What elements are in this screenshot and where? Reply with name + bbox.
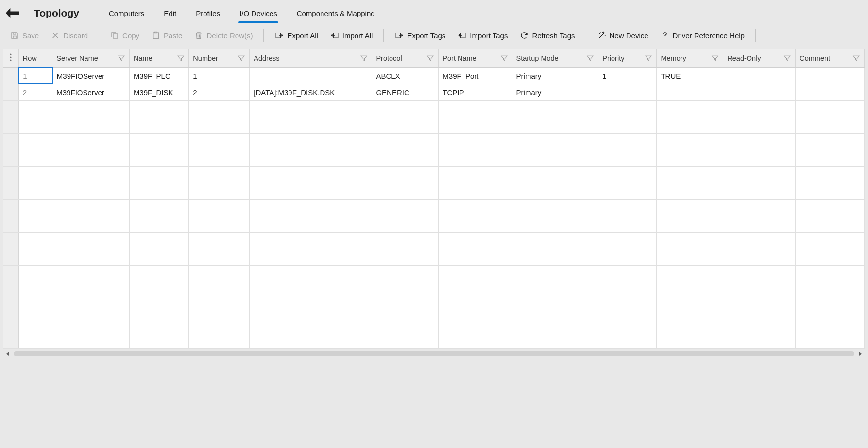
cell-empty[interactable] (598, 199, 657, 216)
cell-empty[interactable] (189, 299, 250, 315)
filter-icon[interactable] (238, 54, 245, 62)
cell-empty[interactable] (129, 183, 188, 199)
cell-empty[interactable] (723, 117, 796, 133)
cell-empty[interactable] (250, 216, 372, 232)
cell-empty[interactable] (723, 133, 796, 150)
cell-empty[interactable] (18, 232, 52, 249)
cell-empty[interactable] (189, 315, 250, 332)
cell-empty[interactable] (657, 117, 723, 133)
cell-empty[interactable] (512, 249, 598, 265)
cell-empty[interactable] (723, 332, 796, 348)
column-header-startupMode[interactable]: Startup Mode (512, 49, 598, 67)
cell-empty[interactable] (723, 100, 796, 117)
cell-row[interactable]: 2 (18, 84, 52, 100)
row-handle[interactable] (3, 232, 18, 249)
cell-empty[interactable] (189, 117, 250, 133)
cell-empty[interactable] (796, 232, 865, 249)
cell-empty[interactable] (512, 299, 598, 315)
cell-empty[interactable] (52, 232, 130, 249)
column-header-row[interactable]: Row (18, 49, 52, 67)
row-handle[interactable] (3, 133, 18, 150)
row-handle[interactable] (3, 166, 18, 183)
cell-empty[interactable] (796, 199, 865, 216)
cell-empty[interactable] (250, 117, 372, 133)
column-header-protocol[interactable]: Protocol (372, 49, 439, 67)
cell-empty[interactable] (723, 282, 796, 299)
cell-empty[interactable] (512, 232, 598, 249)
cell-empty[interactable] (439, 282, 512, 299)
cell-readOnly[interactable] (723, 84, 796, 100)
cell-empty[interactable] (372, 199, 439, 216)
cell-empty[interactable] (52, 166, 130, 183)
cell-empty[interactable] (372, 183, 439, 199)
cell-empty[interactable] (18, 265, 52, 282)
cell-empty[interactable] (512, 199, 598, 216)
cell-empty[interactable] (657, 133, 723, 150)
cell-empty[interactable] (598, 150, 657, 166)
cell-name[interactable]: M39F_PLC (129, 67, 188, 84)
table-row-empty[interactable] (3, 282, 865, 299)
cell-empty[interactable] (129, 166, 188, 183)
cell-empty[interactable] (723, 183, 796, 199)
cell-empty[interactable] (657, 150, 723, 166)
filter-icon[interactable] (586, 54, 594, 62)
table-row-empty[interactable] (3, 315, 865, 332)
cell-empty[interactable] (439, 299, 512, 315)
cell-empty[interactable] (657, 315, 723, 332)
cell-empty[interactable] (129, 100, 188, 117)
save-button[interactable]: Save (5, 28, 44, 43)
cell-empty[interactable] (250, 265, 372, 282)
cell-empty[interactable] (796, 133, 865, 150)
cell-empty[interactable] (657, 216, 723, 232)
cell-empty[interactable] (439, 166, 512, 183)
export-all-button[interactable]: Export All (270, 28, 323, 43)
cell-empty[interactable] (250, 166, 372, 183)
cell-empty[interactable] (723, 249, 796, 265)
cell-empty[interactable] (372, 150, 439, 166)
cell-empty[interactable] (512, 265, 598, 282)
column-header-number[interactable]: Number (189, 49, 250, 67)
filter-icon[interactable] (360, 54, 368, 62)
cell-empty[interactable] (796, 166, 865, 183)
cell-empty[interactable] (129, 332, 188, 348)
column-header-priority[interactable]: Priority (598, 49, 657, 67)
cell-empty[interactable] (512, 166, 598, 183)
table-row-empty[interactable] (3, 183, 865, 199)
cell-empty[interactable] (18, 183, 52, 199)
cell-empty[interactable] (512, 315, 598, 332)
cell-empty[interactable] (796, 265, 865, 282)
cell-empty[interactable] (598, 299, 657, 315)
column-header-comment[interactable]: Comment (796, 49, 865, 67)
cell-empty[interactable] (598, 166, 657, 183)
cell-empty[interactable] (439, 117, 512, 133)
cell-empty[interactable] (372, 249, 439, 265)
cell-empty[interactable] (129, 265, 188, 282)
cell-empty[interactable] (189, 249, 250, 265)
cell-empty[interactable] (439, 199, 512, 216)
cell-empty[interactable] (250, 249, 372, 265)
cell-empty[interactable] (657, 249, 723, 265)
cell-empty[interactable] (657, 265, 723, 282)
cell-empty[interactable] (52, 299, 130, 315)
cell-empty[interactable] (189, 150, 250, 166)
table-row-empty[interactable] (3, 332, 865, 348)
cell-empty[interactable] (18, 150, 52, 166)
cell-protocol[interactable]: GENERIC (372, 84, 439, 100)
row-handle[interactable] (3, 299, 18, 315)
cell-empty[interactable] (796, 150, 865, 166)
row-handle[interactable] (3, 199, 18, 216)
cell-empty[interactable] (18, 282, 52, 299)
cell-startupMode[interactable]: Primary (512, 67, 598, 84)
cell-empty[interactable] (52, 183, 130, 199)
cell-empty[interactable] (657, 166, 723, 183)
cell-empty[interactable] (657, 332, 723, 348)
cell-empty[interactable] (189, 199, 250, 216)
cell-empty[interactable] (52, 133, 130, 150)
table-row[interactable]: 1M39FIOServerM39F_PLC1ABCLXM39F_PortPrim… (3, 67, 865, 84)
cell-serverName[interactable]: M39FIOServer (52, 67, 130, 84)
table-row-empty[interactable] (3, 199, 865, 216)
filter-icon[interactable] (783, 54, 791, 62)
export-tags-button[interactable]: Export Tags (390, 28, 450, 43)
cell-address[interactable] (250, 67, 372, 84)
cell-empty[interactable] (439, 265, 512, 282)
